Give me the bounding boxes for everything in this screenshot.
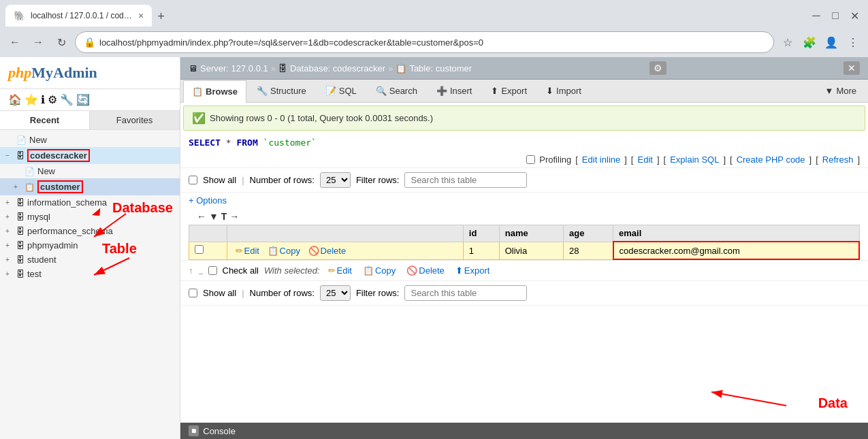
minimize-button[interactable]: ─ xyxy=(808,7,824,24)
refresh-link[interactable]: Refresh xyxy=(822,155,854,165)
lock-icon: 🔒 xyxy=(84,37,95,48)
tab-export[interactable]: ⬆ Export xyxy=(482,80,536,102)
sync-icon[interactable]: 🔄 xyxy=(76,93,90,106)
create-php-link[interactable]: Create PHP code xyxy=(737,155,805,165)
filter-input-top[interactable] xyxy=(404,172,527,188)
cell-name: Olivia xyxy=(499,242,563,259)
console-bar[interactable]: ■ Console xyxy=(180,423,868,439)
profiling-checkbox[interactable] xyxy=(526,155,535,164)
col-header-email[interactable]: email xyxy=(613,225,859,242)
profiling-bar: Profiling [ Edit inline ] [ Edit ] [ Exp… xyxy=(180,152,868,168)
filter-rows-label-top: Filter rows: xyxy=(356,175,400,185)
tree-item-codescracker[interactable]: − 🗄 codescracker xyxy=(0,147,180,164)
show-all-checkbox-bottom[interactable] xyxy=(189,289,197,297)
tree-item-new-child[interactable]: 📄 New xyxy=(0,164,180,178)
expand-icon-is: + xyxy=(5,199,14,206)
sql-table-name: `customer` xyxy=(263,137,317,148)
home-icon[interactable]: 🏠 xyxy=(8,93,22,106)
sidebar-tabs: Recent Favorites xyxy=(0,111,180,130)
active-tab[interactable]: 🐘 localhost / 127.0.0.1 / codescrack × xyxy=(5,5,152,27)
show-all-checkbox-top[interactable] xyxy=(189,176,197,184)
tree-item-new-top[interactable]: 📄 New xyxy=(0,133,180,147)
tree-item-information-schema[interactable]: + 🗄 information_schema xyxy=(0,195,180,210)
sort-left-button[interactable]: ← xyxy=(197,211,206,222)
rows-select-bottom[interactable]: 25 xyxy=(320,285,351,301)
breadcrumb-settings-button[interactable]: ⚙ xyxy=(649,61,666,75)
gear-icon[interactable]: 🔧 xyxy=(60,93,74,106)
sidebar: phpMyAdmin 🏠 ⭐ ℹ ⚙ 🔧 🔄 Recent Favorites … xyxy=(0,57,180,439)
options-link[interactable]: + Options xyxy=(180,193,868,208)
breadcrumb-db: Database: codescracker xyxy=(290,63,385,74)
col-header-age[interactable]: age xyxy=(564,225,613,242)
tab-browse[interactable]: 📋 Browse xyxy=(183,80,246,103)
sort-type-button[interactable]: ▼ T xyxy=(209,211,227,222)
back-button[interactable]: ← xyxy=(5,33,25,52)
col-header-id[interactable]: id xyxy=(463,225,499,242)
tab-more[interactable]: ▼ More xyxy=(816,80,866,102)
sort-type-icon: ▼ xyxy=(209,211,219,222)
rows-select-top[interactable]: 25 xyxy=(320,172,351,188)
reload-button[interactable]: ↻ xyxy=(52,33,71,52)
bottom-edit-button[interactable]: ✏ Edit xyxy=(325,265,355,276)
profile-button[interactable]: 👤 xyxy=(822,33,841,52)
address-bar[interactable]: 🔒 xyxy=(75,31,774,53)
bottom-export-button[interactable]: ⬆ Export xyxy=(453,265,493,276)
forward-button[interactable]: → xyxy=(29,33,48,52)
sep2: ] xyxy=(657,155,660,165)
tab-structure[interactable]: 🔧 Structure xyxy=(248,80,315,102)
sidebar-tab-recent[interactable]: Recent xyxy=(0,111,90,129)
filter-rows-label-bottom: Filter rows: xyxy=(356,288,400,298)
info-icon[interactable]: ℹ xyxy=(41,93,45,106)
tree-db-name: codescracker xyxy=(27,149,90,162)
bookmark-button[interactable]: ☆ xyxy=(778,33,797,52)
tree-item-student[interactable]: + 🗄 student xyxy=(0,253,180,267)
star-icon[interactable]: ⭐ xyxy=(25,93,38,106)
delete-row-button[interactable]: 🚫 Delete xyxy=(306,245,349,257)
tree-item-phpmyadmin[interactable]: + 🗄 phpmyadmin xyxy=(0,238,180,253)
url-input[interactable] xyxy=(99,37,765,48)
settings-icon[interactable]: ⚙ xyxy=(48,93,57,106)
col-header-name[interactable]: name xyxy=(499,225,563,242)
tree-item-performance-schema[interactable]: + 🗄 performance_schema xyxy=(0,224,180,238)
sql-query-display: SELECT * FROM `customer` xyxy=(180,133,868,152)
bottom-edit-label: Edit xyxy=(337,265,352,276)
edit-link[interactable]: Edit xyxy=(637,155,652,165)
structure-icon: 🔧 xyxy=(257,86,268,96)
menu-button[interactable]: ⋮ xyxy=(843,33,863,52)
sort-right-button[interactable]: → xyxy=(229,211,239,222)
bottom-copy-button[interactable]: 📋 Copy xyxy=(360,265,398,276)
tab-search[interactable]: 🔍 Search xyxy=(367,80,426,102)
success-message: Showing rows 0 - 0 (1 total, Query took … xyxy=(210,113,433,123)
new-tab-button[interactable]: + xyxy=(152,7,170,27)
tree-item-customer[interactable]: + 📋 customer xyxy=(0,178,180,195)
breadcrumb-collapse-button[interactable]: ✕ xyxy=(843,61,860,75)
tab-sql[interactable]: 📝 SQL xyxy=(317,80,366,102)
close-button[interactable]: ✕ xyxy=(846,7,863,24)
app-container: phpMyAdmin 🏠 ⭐ ℹ ⚙ 🔧 🔄 Recent Favorites … xyxy=(0,57,868,439)
browse-icon: 📋 xyxy=(192,86,203,97)
tree-item-test[interactable]: + 🗄 test xyxy=(0,267,180,281)
extensions-button[interactable]: 🧩 xyxy=(800,33,819,52)
filter-input-bottom[interactable] xyxy=(404,285,527,301)
row-checkbox[interactable] xyxy=(195,245,204,254)
copy-label: Copy xyxy=(280,246,300,256)
edit-row-button[interactable]: ✏ Edit xyxy=(233,245,262,257)
bottom-edit-icon: ✏ xyxy=(328,265,336,276)
sidebar-tab-favorites[interactable]: Favorites xyxy=(90,111,180,129)
bottom-delete-button[interactable]: 🚫 Delete xyxy=(404,265,447,276)
check-all-checkbox[interactable] xyxy=(208,266,217,275)
copy-row-button[interactable]: 📋 Copy xyxy=(265,245,303,257)
pma-logo: phpMyAdmin xyxy=(0,57,180,89)
tree-item-mysql[interactable]: + 🗄 mysql xyxy=(0,210,180,224)
tab-insert[interactable]: ➕ Insert xyxy=(428,80,481,102)
sep8: ] xyxy=(857,155,860,165)
main-content: 🖥 Server: 127.0.0.1 » 🗄 Database: codesc… xyxy=(180,57,868,439)
explain-sql-link[interactable]: Explain SQL xyxy=(670,155,719,165)
cell-id: 1 xyxy=(463,242,499,259)
edit-inline-link[interactable]: Edit inline xyxy=(582,155,620,165)
tab-import[interactable]: ⬇ Import xyxy=(537,80,590,102)
maximize-button[interactable]: □ xyxy=(827,7,843,24)
bracket-open1: [ xyxy=(575,155,578,165)
tab-close-button[interactable]: × xyxy=(138,10,144,21)
delete-label: Delete xyxy=(321,246,347,256)
